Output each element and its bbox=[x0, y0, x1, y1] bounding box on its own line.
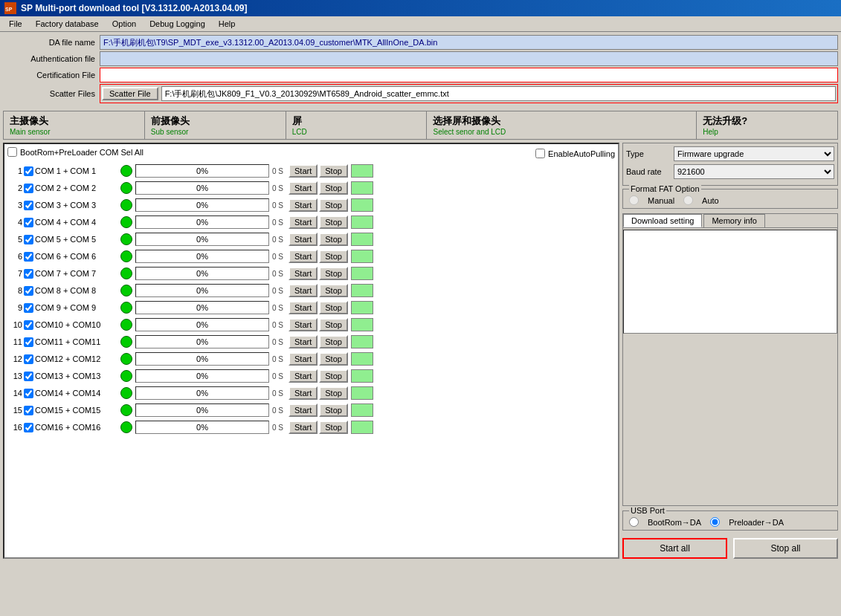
preloader-radio[interactable] bbox=[710, 517, 720, 527]
row-checkbox-6[interactable] bbox=[24, 252, 33, 262]
row-led-7 bbox=[120, 268, 132, 279]
row-stop-btn-7[interactable]: Stop bbox=[319, 267, 348, 280]
menu-help[interactable]: Help bbox=[213, 18, 242, 30]
stop-all-button[interactable]: Stop all bbox=[733, 538, 838, 559]
row-start-btn-12[interactable]: Start bbox=[289, 352, 318, 366]
row-stop-btn-3[interactable]: Stop bbox=[319, 198, 348, 212]
sensor-sub[interactable]: 前摄像头 Sub sensor bbox=[145, 111, 286, 139]
scatter-label: Scatter Files bbox=[3, 89, 100, 98]
scatter-file-button[interactable]: Scatter File bbox=[102, 87, 158, 100]
row-number: 10 bbox=[7, 320, 22, 329]
row-checkbox-7[interactable] bbox=[24, 269, 33, 279]
row-start-btn-5[interactable]: Start bbox=[289, 233, 318, 246]
sensor-lcd[interactable]: 屏 LCD bbox=[286, 111, 428, 139]
row-start-btn-14[interactable]: Start bbox=[289, 386, 318, 400]
manual-radio[interactable] bbox=[629, 195, 639, 205]
row-number: 16 bbox=[7, 423, 22, 432]
usb-radios: BootRom→DA Preloader→DA bbox=[629, 517, 831, 527]
row-number: 6 bbox=[7, 252, 22, 261]
row-checkbox-4[interactable] bbox=[24, 218, 33, 227]
row-time-11: 0 S bbox=[272, 338, 287, 346]
auth-label: Authentication file bbox=[3, 54, 100, 63]
row-stop-btn-9[interactable]: Stop bbox=[319, 301, 348, 314]
row-start-btn-1[interactable]: Start bbox=[289, 164, 318, 178]
row-start-btn-7[interactable]: Start bbox=[289, 267, 318, 280]
cert-input[interactable] bbox=[100, 68, 838, 82]
row-checkbox-2[interactable] bbox=[24, 184, 33, 193]
row-status-12 bbox=[351, 352, 373, 366]
row-checkbox-14[interactable] bbox=[24, 389, 33, 398]
row-checkbox-12[interactable] bbox=[24, 354, 33, 364]
row-start-btn-16[interactable]: Start bbox=[289, 421, 318, 434]
row-start-btn-4[interactable]: Start bbox=[289, 215, 318, 229]
row-checkbox-11[interactable] bbox=[24, 337, 33, 347]
row-stop-btn-16[interactable]: Stop bbox=[319, 421, 348, 434]
scatter-input[interactable] bbox=[161, 86, 836, 101]
row-stop-btn-12[interactable]: Stop bbox=[319, 352, 348, 366]
menu-file[interactable]: File bbox=[3, 18, 28, 30]
menu-debug[interactable]: Debug Logging bbox=[144, 18, 211, 30]
row-time-12: 0 S bbox=[272, 355, 287, 363]
auth-input[interactable] bbox=[100, 51, 838, 66]
download-memo bbox=[623, 230, 837, 334]
menu-bar: File Factory database Option Debug Loggi… bbox=[0, 16, 841, 32]
menu-factory[interactable]: Factory database bbox=[30, 18, 105, 30]
sensor-main-sub: Main sensor bbox=[10, 128, 138, 136]
row-start-btn-9[interactable]: Start bbox=[289, 301, 318, 314]
row-checkbox-5[interactable] bbox=[24, 235, 33, 244]
row-start-btn-8[interactable]: Start bbox=[289, 284, 318, 297]
sensor-sub-label: 前摄像头 bbox=[151, 114, 280, 128]
row-checkbox-16[interactable] bbox=[24, 423, 33, 432]
sensor-select[interactable]: 选择屏和摄像头 Select senor and LCD bbox=[427, 111, 697, 139]
row-com-label-6: COM 6 + COM 6 bbox=[35, 252, 120, 261]
enable-auto-pulling-checkbox[interactable] bbox=[535, 149, 545, 158]
sensor-main[interactable]: 主摄像头 Main sensor bbox=[4, 111, 145, 139]
row-progress-7: 0% bbox=[135, 267, 269, 280]
row-checkbox-13[interactable] bbox=[24, 372, 33, 381]
row-stop-btn-10[interactable]: Stop bbox=[319, 318, 348, 331]
row-checkbox-9[interactable] bbox=[24, 303, 33, 313]
row-stop-btn-15[interactable]: Stop bbox=[319, 403, 348, 417]
row-start-btn-2[interactable]: Start bbox=[289, 181, 318, 195]
type-select[interactable]: Firmware upgrade Download only Format on… bbox=[674, 146, 834, 161]
row-checkbox-1[interactable] bbox=[24, 166, 33, 176]
auto-radio[interactable] bbox=[683, 195, 693, 205]
row-progress-10: 0% bbox=[135, 318, 269, 331]
da-row: DA file name bbox=[3, 35, 838, 50]
row-stop-btn-5[interactable]: Stop bbox=[319, 233, 348, 246]
row-stop-btn-6[interactable]: Stop bbox=[319, 250, 348, 263]
row-start-btn-13[interactable]: Start bbox=[289, 369, 318, 383]
start-all-button[interactable]: Start all bbox=[622, 538, 727, 559]
row-checkbox-3[interactable] bbox=[24, 201, 33, 210]
sensor-help-sub: Help bbox=[703, 128, 831, 136]
row-start-btn-6[interactable]: Start bbox=[289, 250, 318, 263]
com-row: 7 COM 7 + COM 7 0% 0 S Start Stop bbox=[7, 265, 615, 282]
row-checkbox-8[interactable] bbox=[24, 286, 33, 296]
row-start-btn-10[interactable]: Start bbox=[289, 318, 318, 331]
da-input[interactable] bbox=[100, 35, 838, 50]
row-com-label-2: COM 2 + COM 2 bbox=[35, 184, 120, 192]
row-time-5: 0 S bbox=[272, 236, 287, 244]
tab-download-setting[interactable]: Download setting bbox=[623, 214, 702, 227]
row-stop-btn-11[interactable]: Stop bbox=[319, 335, 348, 348]
sensor-select-sub: Select senor and LCD bbox=[433, 128, 690, 136]
menu-option[interactable]: Option bbox=[106, 18, 142, 30]
row-start-btn-15[interactable]: Start bbox=[289, 403, 318, 417]
row-start-btn-3[interactable]: Start bbox=[289, 198, 318, 212]
bootrom-radio[interactable] bbox=[629, 517, 639, 527]
row-start-btn-11[interactable]: Start bbox=[289, 335, 318, 348]
checkbox-all[interactable] bbox=[7, 147, 17, 157]
row-stop-btn-8[interactable]: Stop bbox=[319, 284, 348, 297]
row-stop-btn-1[interactable]: Stop bbox=[319, 164, 348, 178]
tab-memory-info[interactable]: Memory info bbox=[703, 214, 765, 227]
sensor-help[interactable]: 无法升级? Help bbox=[697, 111, 837, 139]
row-stop-btn-13[interactable]: Stop bbox=[319, 369, 348, 383]
row-led-13 bbox=[120, 370, 132, 382]
row-checkbox-15[interactable] bbox=[24, 406, 33, 415]
row-stop-btn-14[interactable]: Stop bbox=[319, 386, 348, 400]
com-row: 2 COM 2 + COM 2 0% 0 S Start Stop bbox=[7, 180, 615, 196]
row-stop-btn-2[interactable]: Stop bbox=[319, 181, 348, 195]
row-stop-btn-4[interactable]: Stop bbox=[319, 215, 348, 229]
baud-select[interactable]: 921600 460800 115200 bbox=[674, 164, 834, 179]
row-checkbox-10[interactable] bbox=[24, 320, 33, 330]
